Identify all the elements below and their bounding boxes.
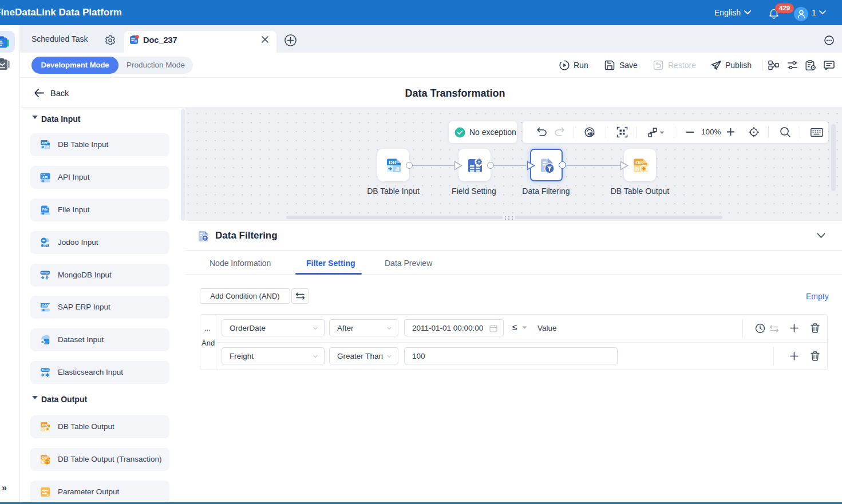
svg-text:JDY: JDY [43,244,48,247]
svg-text:DB: DB [389,160,396,165]
svg-text:API: API [42,176,48,179]
svg-text:DB: DB [635,160,643,165]
svg-text:MongoDB: MongoDB [41,271,51,274]
svg-text:Elastic: Elastic [42,368,50,371]
svg-text:File: File [42,208,48,211]
svg-text:DB: DB [42,423,47,427]
svg-text:DB: DB [42,455,47,459]
svg-text:SAP: SAP [42,304,49,307]
svg-text:DB: DB [42,141,47,145]
